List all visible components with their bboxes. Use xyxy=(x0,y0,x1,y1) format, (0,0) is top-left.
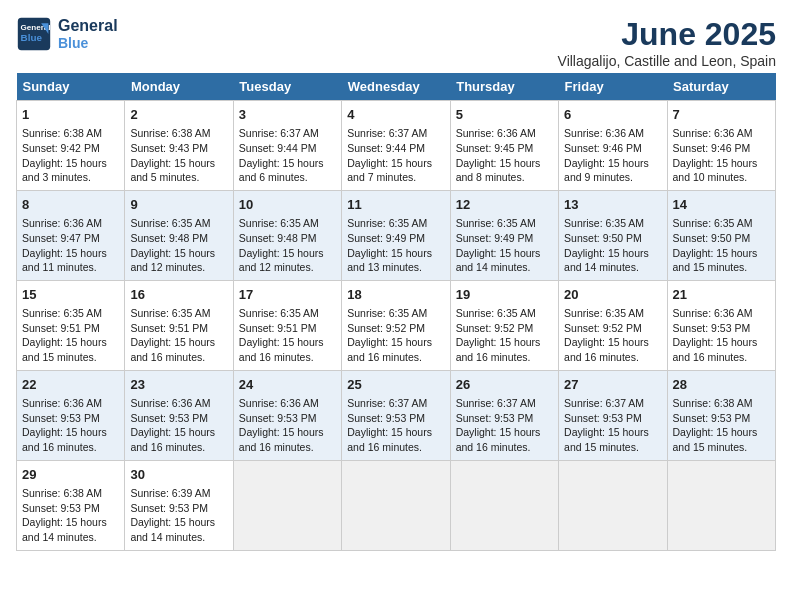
day-info-line: Sunset: 9:46 PM xyxy=(673,141,770,156)
day-info-line: Daylight: 15 hours xyxy=(564,246,661,261)
day-info-line: Daylight: 15 hours xyxy=(239,335,336,350)
day-info-line: and 16 minutes. xyxy=(130,440,227,455)
day-info-line: Sunrise: 6:35 AM xyxy=(564,216,661,231)
calendar-cell xyxy=(233,460,341,550)
calendar-cell: 23Sunrise: 6:36 AMSunset: 9:53 PMDayligh… xyxy=(125,370,233,460)
day-info-line: Sunrise: 6:37 AM xyxy=(456,396,553,411)
calendar-cell xyxy=(450,460,558,550)
calendar-cell: 5Sunrise: 6:36 AMSunset: 9:45 PMDaylight… xyxy=(450,101,558,191)
calendar-cell: 24Sunrise: 6:36 AMSunset: 9:53 PMDayligh… xyxy=(233,370,341,460)
day-info-line: Daylight: 15 hours xyxy=(673,335,770,350)
day-info-line: Sunset: 9:44 PM xyxy=(347,141,444,156)
day-info-line: Sunset: 9:53 PM xyxy=(564,411,661,426)
col-monday: Monday xyxy=(125,73,233,101)
day-number: 5 xyxy=(456,106,553,124)
day-info-line: Daylight: 15 hours xyxy=(22,515,119,530)
day-info-line: and 3 minutes. xyxy=(22,170,119,185)
calendar-title: June 2025 xyxy=(558,16,776,53)
calendar-cell: 4Sunrise: 6:37 AMSunset: 9:44 PMDaylight… xyxy=(342,101,450,191)
calendar-week-row: 1Sunrise: 6:38 AMSunset: 9:42 PMDaylight… xyxy=(17,101,776,191)
calendar-cell: 7Sunrise: 6:36 AMSunset: 9:46 PMDaylight… xyxy=(667,101,775,191)
day-info-line: Daylight: 15 hours xyxy=(130,425,227,440)
day-info-line: and 16 minutes. xyxy=(239,350,336,365)
day-info-line: and 16 minutes. xyxy=(673,350,770,365)
day-info-line: Daylight: 15 hours xyxy=(456,156,553,171)
day-number: 21 xyxy=(673,286,770,304)
day-info-line: and 13 minutes. xyxy=(347,260,444,275)
col-wednesday: Wednesday xyxy=(342,73,450,101)
day-info-line: Sunrise: 6:35 AM xyxy=(456,306,553,321)
day-info-line: Sunrise: 6:35 AM xyxy=(673,216,770,231)
day-info-line: Sunrise: 6:35 AM xyxy=(22,306,119,321)
day-number: 22 xyxy=(22,376,119,394)
calendar-week-row: 15Sunrise: 6:35 AMSunset: 9:51 PMDayligh… xyxy=(17,280,776,370)
day-info-line: Daylight: 15 hours xyxy=(673,246,770,261)
day-info-line: Daylight: 15 hours xyxy=(239,156,336,171)
day-info-line: Sunset: 9:53 PM xyxy=(130,411,227,426)
day-number: 7 xyxy=(673,106,770,124)
day-number: 30 xyxy=(130,466,227,484)
day-info-line: Daylight: 15 hours xyxy=(239,246,336,261)
day-info-line: Daylight: 15 hours xyxy=(130,515,227,530)
day-info-line: Daylight: 15 hours xyxy=(347,425,444,440)
calendar-cell: 20Sunrise: 6:35 AMSunset: 9:52 PMDayligh… xyxy=(559,280,667,370)
day-info-line: Sunrise: 6:36 AM xyxy=(673,306,770,321)
day-info-line: Sunrise: 6:35 AM xyxy=(239,216,336,231)
calendar-cell xyxy=(342,460,450,550)
calendar-cell xyxy=(559,460,667,550)
day-info-line: and 15 minutes. xyxy=(673,440,770,455)
day-info-line: and 16 minutes. xyxy=(239,440,336,455)
calendar-cell: 6Sunrise: 6:36 AMSunset: 9:46 PMDaylight… xyxy=(559,101,667,191)
day-number: 8 xyxy=(22,196,119,214)
day-number: 24 xyxy=(239,376,336,394)
day-info-line: Sunrise: 6:37 AM xyxy=(239,126,336,141)
day-info-line: Sunset: 9:53 PM xyxy=(239,411,336,426)
day-info-line: and 9 minutes. xyxy=(564,170,661,185)
day-info-line: Sunrise: 6:36 AM xyxy=(22,216,119,231)
day-info-line: Daylight: 15 hours xyxy=(22,156,119,171)
calendar-cell: 1Sunrise: 6:38 AMSunset: 9:42 PMDaylight… xyxy=(17,101,125,191)
day-info-line: and 6 minutes. xyxy=(239,170,336,185)
day-number: 3 xyxy=(239,106,336,124)
calendar-cell: 13Sunrise: 6:35 AMSunset: 9:50 PMDayligh… xyxy=(559,190,667,280)
day-number: 23 xyxy=(130,376,227,394)
calendar-cell xyxy=(667,460,775,550)
day-info-line: Sunrise: 6:35 AM xyxy=(456,216,553,231)
day-info-line: Sunset: 9:52 PM xyxy=(564,321,661,336)
day-number: 20 xyxy=(564,286,661,304)
calendar-cell: 30Sunrise: 6:39 AMSunset: 9:53 PMDayligh… xyxy=(125,460,233,550)
day-number: 2 xyxy=(130,106,227,124)
day-info-line: and 14 minutes. xyxy=(456,260,553,275)
calendar-cell: 22Sunrise: 6:36 AMSunset: 9:53 PMDayligh… xyxy=(17,370,125,460)
day-info-line: Sunset: 9:49 PM xyxy=(456,231,553,246)
day-info-line: Sunset: 9:53 PM xyxy=(456,411,553,426)
calendar-cell: 3Sunrise: 6:37 AMSunset: 9:44 PMDaylight… xyxy=(233,101,341,191)
day-info-line: and 16 minutes. xyxy=(347,350,444,365)
calendar-cell: 28Sunrise: 6:38 AMSunset: 9:53 PMDayligh… xyxy=(667,370,775,460)
calendar-cell: 21Sunrise: 6:36 AMSunset: 9:53 PMDayligh… xyxy=(667,280,775,370)
day-number: 29 xyxy=(22,466,119,484)
day-info-line: Sunrise: 6:38 AM xyxy=(22,486,119,501)
day-info-line: and 8 minutes. xyxy=(456,170,553,185)
day-info-line: Sunrise: 6:35 AM xyxy=(347,216,444,231)
calendar-cell: 14Sunrise: 6:35 AMSunset: 9:50 PMDayligh… xyxy=(667,190,775,280)
day-info-line: and 7 minutes. xyxy=(347,170,444,185)
day-info-line: Sunset: 9:52 PM xyxy=(347,321,444,336)
day-info-line: Daylight: 15 hours xyxy=(22,425,119,440)
day-info-line: and 16 minutes. xyxy=(130,350,227,365)
day-info-line: and 14 minutes. xyxy=(22,530,119,545)
day-info-line: and 16 minutes. xyxy=(456,440,553,455)
calendar-cell: 25Sunrise: 6:37 AMSunset: 9:53 PMDayligh… xyxy=(342,370,450,460)
page-header: General Blue General Blue June 2025 Vill… xyxy=(16,16,776,69)
logo-icon: General Blue xyxy=(16,16,52,52)
calendar-cell: 11Sunrise: 6:35 AMSunset: 9:49 PMDayligh… xyxy=(342,190,450,280)
calendar-week-row: 8Sunrise: 6:36 AMSunset: 9:47 PMDaylight… xyxy=(17,190,776,280)
day-info-line: Sunrise: 6:35 AM xyxy=(564,306,661,321)
calendar-cell: 27Sunrise: 6:37 AMSunset: 9:53 PMDayligh… xyxy=(559,370,667,460)
day-number: 25 xyxy=(347,376,444,394)
day-info-line: Daylight: 15 hours xyxy=(347,156,444,171)
calendar-cell: 19Sunrise: 6:35 AMSunset: 9:52 PMDayligh… xyxy=(450,280,558,370)
day-number: 6 xyxy=(564,106,661,124)
day-info-line: Sunset: 9:48 PM xyxy=(130,231,227,246)
day-info-line: Daylight: 15 hours xyxy=(239,425,336,440)
